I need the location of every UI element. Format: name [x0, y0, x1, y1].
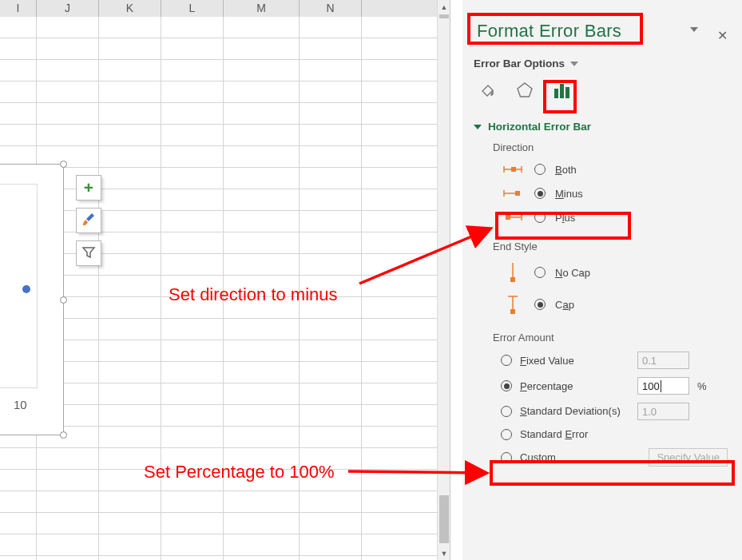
scroll-thumb-top[interactable] — [439, 14, 449, 18]
svg-rect-17 — [510, 309, 515, 314]
direction-group-label: Direction — [462, 137, 742, 157]
column-header-I[interactable]: I — [0, 0, 37, 17]
pane-title: Format Error Bars — [474, 18, 629, 45]
chart-styles-button[interactable] — [76, 208, 101, 233]
format-tabs — [462, 76, 742, 113]
bucket-icon — [478, 81, 497, 102]
scroll-down-arrow[interactable]: ▼ — [438, 546, 450, 560]
format-error-bars-pane: ✕ Format Error Bars Error Bar Options — [462, 0, 742, 560]
column-header-M[interactable]: M — [224, 0, 300, 17]
fill-line-tab[interactable] — [474, 77, 501, 105]
radio-nocap[interactable] — [534, 267, 546, 278]
column-header-J[interactable]: J — [37, 0, 99, 17]
funnel-icon — [81, 245, 96, 262]
direction-both-option[interactable]: Both — [462, 157, 742, 181]
plus-icon: + — [84, 178, 93, 197]
amount-fixed-option[interactable]: Fixed Value 0.1 — [462, 348, 742, 373]
spreadsheet[interactable]: IJKLMN ▲ ▼ — [0, 0, 450, 560]
radio-custom[interactable] — [501, 452, 512, 463]
chart-object[interactable]: 10 — [0, 164, 64, 435]
svg-rect-9 — [515, 191, 520, 196]
chart-elements-button[interactable]: + — [76, 175, 101, 201]
data-point[interactable] — [22, 285, 30, 293]
amount-percentage-suffix: % — [697, 380, 728, 392]
direction-minus-label: Minus — [555, 188, 583, 200]
minus-icon — [501, 186, 525, 201]
cap-icon — [501, 293, 525, 316]
amount-group-label: Error Amount — [462, 320, 742, 348]
amount-stderr-label: Standard Error — [520, 428, 629, 440]
cells-grid[interactable] — [0, 17, 438, 560]
amount-stddev-label: Standard Deviation(s) — [520, 406, 629, 417]
collapse-triangle-icon — [474, 125, 482, 129]
radio-minus[interactable] — [534, 188, 546, 199]
svg-rect-12 — [506, 215, 510, 220]
amount-stddev-value[interactable]: 1.0 — [637, 403, 689, 420]
endstyle-nocap-label: No Cap — [555, 267, 590, 279]
brush-icon — [81, 212, 97, 230]
endstyle-cap-option[interactable]: Cap — [462, 288, 742, 320]
amount-percentage-value[interactable]: 100 — [637, 377, 689, 395]
section-title: Horizontal Error Bar — [488, 121, 591, 133]
radio-plus[interactable] — [534, 212, 546, 223]
chevron-down-icon — [570, 62, 578, 66]
plot-area[interactable] — [0, 184, 38, 388]
resize-handle-ne[interactable] — [60, 161, 67, 168]
svg-rect-2 — [565, 87, 569, 98]
plus-direction-icon — [501, 210, 525, 224]
endstyle-group-label: End Style — [462, 229, 742, 256]
svg-rect-1 — [560, 84, 564, 98]
column-headers[interactable]: IJKLMN — [0, 0, 450, 17]
scroll-thumb[interactable] — [439, 495, 449, 543]
effects-tab[interactable] — [511, 77, 538, 105]
column-header-N[interactable]: N — [300, 0, 362, 17]
pentagon-icon — [515, 81, 534, 102]
amount-stderr-option[interactable]: Standard Error — [462, 424, 742, 444]
radio-fixed[interactable] — [501, 355, 512, 366]
pane-title-dropdown[interactable] — [690, 27, 698, 32]
scroll-up-arrow[interactable]: ▲ — [438, 0, 450, 14]
svg-rect-6 — [511, 167, 516, 172]
chart-filter-button[interactable] — [76, 240, 101, 266]
both-icon — [501, 162, 525, 177]
amount-percentage-label: Percentage — [520, 380, 629, 392]
nocap-icon — [501, 261, 525, 284]
amount-fixed-label: Fixed Value — [520, 355, 629, 367]
resize-handle-se[interactable] — [60, 431, 67, 439]
bar-options-tab[interactable] — [549, 77, 576, 105]
resize-handle-e[interactable] — [60, 296, 67, 304]
amount-fixed-value[interactable]: 0.1 — [637, 351, 689, 369]
amount-custom-label: Custom — [520, 451, 641, 463]
amount-percentage-option[interactable]: Percentage 100 % — [462, 373, 742, 399]
amount-stddev-option[interactable]: Standard Deviation(s) 1.0 — [462, 399, 742, 424]
axis-tick-label: 10 — [14, 398, 27, 411]
radio-stderr[interactable] — [501, 429, 512, 440]
radio-cap[interactable] — [534, 299, 546, 310]
radio-percentage[interactable] — [501, 380, 512, 391]
error-bar-options-label: Error Bar Options — [474, 58, 565, 70]
bar-chart-icon — [552, 81, 573, 102]
chart-side-buttons: + — [76, 175, 101, 266]
column-header-L[interactable]: L — [161, 0, 224, 17]
amount-custom-option[interactable]: Custom Specify Value — [462, 444, 742, 471]
error-bar-options-dropdown[interactable]: Error Bar Options — [462, 53, 742, 76]
column-header-K[interactable]: K — [99, 0, 161, 17]
svg-rect-0 — [554, 89, 558, 98]
radio-stddev[interactable] — [501, 406, 512, 417]
horizontal-error-bar-section[interactable]: Horizontal Error Bar — [462, 113, 742, 137]
radio-both[interactable] — [534, 164, 546, 175]
direction-plus-label: Plus — [555, 212, 575, 224]
svg-rect-14 — [510, 277, 515, 282]
specify-value-button[interactable]: Specify Value — [649, 448, 728, 467]
endstyle-cap-label: Cap — [555, 299, 574, 311]
vertical-scrollbar[interactable]: ▲ ▼ — [437, 0, 450, 560]
direction-minus-option[interactable]: Minus — [462, 181, 742, 205]
direction-plus-option[interactable]: Plus — [462, 205, 742, 229]
endstyle-nocap-option[interactable]: No Cap — [462, 256, 742, 288]
direction-both-label: Both — [555, 164, 577, 176]
